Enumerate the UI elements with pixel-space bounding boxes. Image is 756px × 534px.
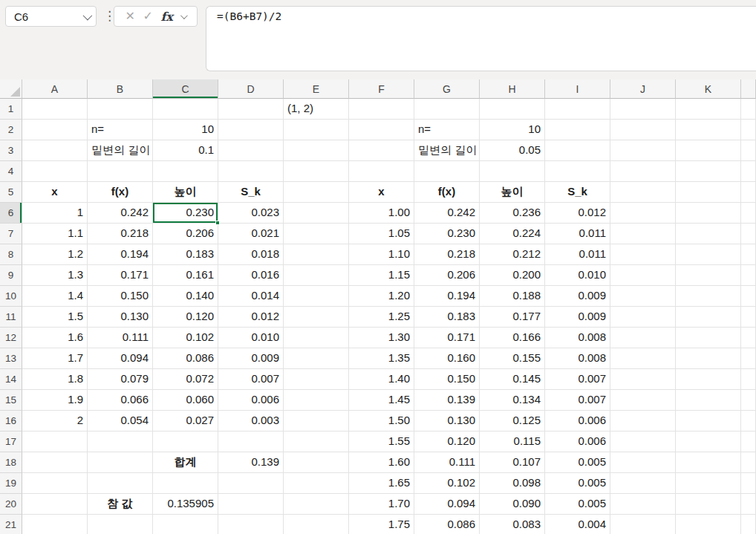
cell-A18[interactable] <box>22 452 88 473</box>
cell-J18[interactable] <box>610 452 676 473</box>
cell-G11[interactable]: 0.183 <box>414 307 480 328</box>
enter-icon[interactable]: ✓ <box>143 10 153 22</box>
cell-F4[interactable] <box>349 161 414 182</box>
cell-B1[interactable] <box>88 99 153 120</box>
cell-F15[interactable]: 1.45 <box>349 390 414 411</box>
cell-H18[interactable]: 0.107 <box>480 452 545 473</box>
cell-B4[interactable] <box>88 161 153 182</box>
cell-J8[interactable] <box>610 244 676 265</box>
row-header-18[interactable]: 18 <box>0 452 22 473</box>
cell-J4[interactable] <box>610 161 676 182</box>
cell-F11[interactable]: 1.25 <box>349 307 414 328</box>
cell-J14[interactable] <box>610 369 676 390</box>
column-header-H[interactable]: H <box>480 79 545 99</box>
cell-K11[interactable] <box>676 307 741 328</box>
cell-C13[interactable]: 0.086 <box>153 348 218 369</box>
cell-J21[interactable] <box>610 515 676 534</box>
cell-A14[interactable]: 1.8 <box>22 369 88 390</box>
cell-C8[interactable]: 0.183 <box>153 244 218 265</box>
cell-C3[interactable]: 0.1 <box>153 140 218 161</box>
cell-H7[interactable]: 0.224 <box>480 224 545 244</box>
cell-B17[interactable] <box>88 432 153 452</box>
cell-C17[interactable] <box>153 432 218 452</box>
cell-H19[interactable]: 0.098 <box>480 473 545 494</box>
cell-F3[interactable] <box>349 140 414 161</box>
cell-K17[interactable] <box>676 432 741 452</box>
cell-I20[interactable]: 0.005 <box>545 494 610 515</box>
cell-H3[interactable]: 0.05 <box>480 140 545 161</box>
cell-K12[interactable] <box>676 328 741 348</box>
cell-I15[interactable]: 0.007 <box>545 390 610 411</box>
cell-H12[interactable]: 0.166 <box>480 328 545 348</box>
cell-F20[interactable]: 1.70 <box>349 494 414 515</box>
cell-D17[interactable] <box>218 432 284 452</box>
cell-D19[interactable] <box>218 473 284 494</box>
cell-K10[interactable] <box>676 286 741 307</box>
cell-C19[interactable] <box>153 473 218 494</box>
chevron-down-icon[interactable] <box>83 10 93 20</box>
cell-K15[interactable] <box>676 390 741 411</box>
cell-I11[interactable]: 0.009 <box>545 307 610 328</box>
cell-G20[interactable]: 0.094 <box>414 494 480 515</box>
cell-A6[interactable]: 1 <box>22 203 88 224</box>
cell-B7[interactable]: 0.218 <box>88 224 153 244</box>
cell-B6[interactable]: 0.242 <box>88 203 153 224</box>
column-header-E[interactable]: E <box>284 79 349 99</box>
cell-K3[interactable] <box>676 140 741 161</box>
cell-K4[interactable] <box>676 161 741 182</box>
cell-E3[interactable] <box>284 140 349 161</box>
cell-J12[interactable] <box>610 328 676 348</box>
cell-C14[interactable]: 0.072 <box>153 369 218 390</box>
row-header-1[interactable]: 1 <box>0 99 22 120</box>
cell-K8[interactable] <box>676 244 741 265</box>
cell-F18[interactable]: 1.60 <box>349 452 414 473</box>
cell-A8[interactable]: 1.2 <box>22 244 88 265</box>
row-header-8[interactable]: 8 <box>0 244 22 265</box>
cell-G13[interactable]: 0.160 <box>414 348 480 369</box>
cell-B5[interactable]: f(x) <box>88 182 153 203</box>
cell-G21[interactable]: 0.086 <box>414 515 480 534</box>
cell-H6[interactable]: 0.236 <box>480 203 545 224</box>
cell-F1[interactable] <box>349 99 414 120</box>
cell-F17[interactable]: 1.55 <box>349 432 414 452</box>
select-all-corner[interactable] <box>0 79 22 99</box>
row-header-2[interactable]: 2 <box>0 120 22 140</box>
cell-I16[interactable]: 0.006 <box>545 411 610 432</box>
row-header-21[interactable]: 21 <box>0 515 22 534</box>
cell-J7[interactable] <box>610 224 676 244</box>
cell-H4[interactable] <box>480 161 545 182</box>
cell-K14[interactable] <box>676 369 741 390</box>
row-header-13[interactable]: 13 <box>0 348 22 369</box>
cell-F5[interactable]: x <box>349 182 414 203</box>
cell-G19[interactable]: 0.102 <box>414 473 480 494</box>
cell-B19[interactable] <box>88 473 153 494</box>
cell-J15[interactable] <box>610 390 676 411</box>
cell-A2[interactable] <box>22 120 88 140</box>
cell-E20[interactable] <box>284 494 349 515</box>
cell-H2[interactable]: 10 <box>480 120 545 140</box>
cell-A9[interactable]: 1.3 <box>22 265 88 286</box>
cell-I12[interactable]: 0.008 <box>545 328 610 348</box>
cell-K2[interactable] <box>676 120 741 140</box>
cell-I19[interactable]: 0.005 <box>545 473 610 494</box>
cell-F19[interactable]: 1.65 <box>349 473 414 494</box>
cell-F12[interactable]: 1.30 <box>349 328 414 348</box>
cell-K7[interactable] <box>676 224 741 244</box>
cell-B18[interactable] <box>88 452 153 473</box>
cell-B14[interactable]: 0.079 <box>88 369 153 390</box>
cell-J19[interactable] <box>610 473 676 494</box>
cell-H15[interactable]: 0.134 <box>480 390 545 411</box>
cell-A12[interactable]: 1.6 <box>22 328 88 348</box>
cell-A19[interactable] <box>22 473 88 494</box>
cell-I9[interactable]: 0.010 <box>545 265 610 286</box>
row-header-5[interactable]: 5 <box>0 182 22 203</box>
cell-A13[interactable]: 1.7 <box>22 348 88 369</box>
cell-H11[interactable]: 0.177 <box>480 307 545 328</box>
cell-D20[interactable] <box>218 494 284 515</box>
cell-I10[interactable]: 0.009 <box>545 286 610 307</box>
cell-H13[interactable]: 0.155 <box>480 348 545 369</box>
cell-J2[interactable] <box>610 120 676 140</box>
row-header-9[interactable]: 9 <box>0 265 22 286</box>
cell-B21[interactable] <box>88 515 153 534</box>
cell-K19[interactable] <box>676 473 741 494</box>
